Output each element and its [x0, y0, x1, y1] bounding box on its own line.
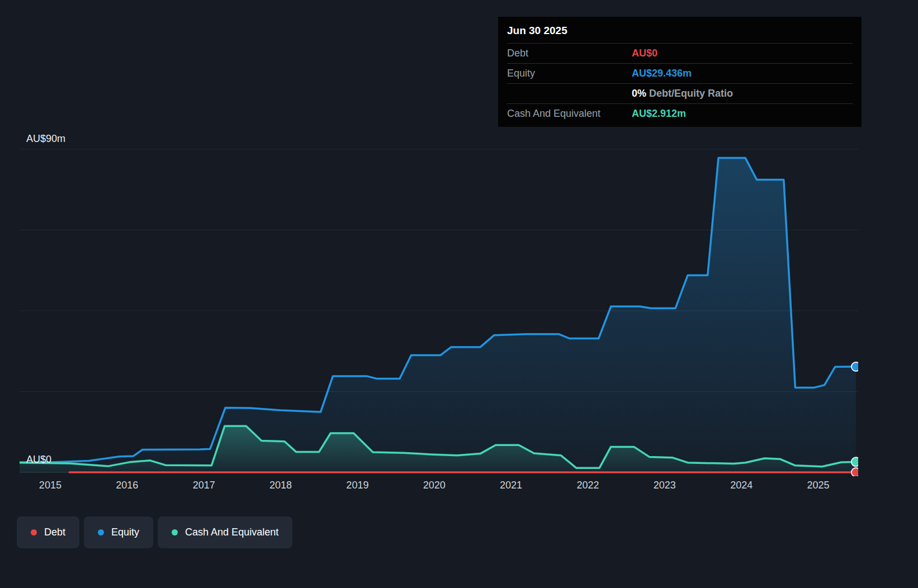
legend-item-cash[interactable]: Cash And Equivalent — [158, 516, 292, 548]
tooltip-row-cash: Cash And Equivalent AU$2.912m — [507, 103, 853, 124]
equity-legend-dot-icon — [98, 529, 104, 535]
chart-legend: Debt Equity Cash And Equivalent — [17, 516, 292, 548]
debt-legend-dot-icon — [31, 529, 37, 535]
chart-tooltip: Jun 30 2025 Debt AU$0 Equity AU$29.436m … — [498, 17, 862, 127]
x-axis: 2015201620172018201920202021202220232024… — [20, 480, 858, 495]
tooltip-cash-value: AU$2.912m — [632, 108, 686, 120]
x-axis-tick-2018: 2018 — [269, 480, 292, 491]
x-axis-tick-2022: 2022 — [576, 480, 599, 491]
tooltip-row-equity: Equity AU$29.436m — [507, 63, 853, 83]
tooltip-ratio-label: Debt/Equity Ratio — [649, 88, 733, 99]
x-axis-tick-2017: 2017 — [193, 480, 215, 491]
tooltip-debt-label: Debt — [507, 48, 632, 59]
x-axis-tick-2025: 2025 — [807, 480, 830, 491]
tooltip-equity-value: AU$29.436m — [632, 68, 692, 79]
cash-legend-dot-icon — [172, 529, 178, 535]
tooltip-equity-label: Equity — [507, 68, 632, 79]
tooltip-ratio-value: 0% — [632, 88, 646, 99]
equity-end-marker-icon — [851, 362, 858, 371]
tooltip-cash-label: Cash And Equivalent — [507, 108, 632, 120]
page-background: { "colors": { "background": "#151a23", "… — [0, 0, 918, 588]
tooltip-debt-value: AU$0 — [632, 48, 657, 59]
tooltip-ratio: 0% Debt/Equity Ratio — [632, 88, 733, 99]
tooltip-row-ratio: 0% Debt/Equity Ratio — [507, 83, 853, 103]
y-axis-label-zero: AU$0 — [26, 454, 51, 466]
cash-and-equivalent-end-marker-icon — [851, 457, 858, 466]
tooltip-row-debt: Debt AU$0 — [507, 43, 853, 63]
debt-end-marker-icon — [851, 468, 858, 476]
equity-area — [20, 158, 856, 472]
x-axis-tick-2019: 2019 — [346, 480, 368, 491]
legend-item-equity[interactable]: Equity — [84, 516, 153, 548]
x-axis-tick-2015: 2015 — [39, 480, 61, 491]
tooltip-date: Jun 30 2025 — [507, 17, 853, 43]
y-axis-label-max: AU$90m — [26, 133, 65, 145]
legend-debt-label: Debt — [44, 527, 65, 538]
x-axis-tick-2024: 2024 — [730, 480, 753, 491]
legend-equity-label: Equity — [111, 527, 139, 538]
x-axis-tick-2021: 2021 — [500, 480, 522, 491]
x-axis-tick-2016: 2016 — [116, 480, 138, 491]
legend-item-debt[interactable]: Debt — [17, 516, 79, 548]
debt-equity-history-chart[interactable] — [20, 145, 858, 476]
x-axis-tick-2023: 2023 — [654, 480, 676, 491]
legend-cash-label: Cash And Equivalent — [185, 527, 278, 538]
x-axis-tick-2020: 2020 — [423, 480, 446, 491]
